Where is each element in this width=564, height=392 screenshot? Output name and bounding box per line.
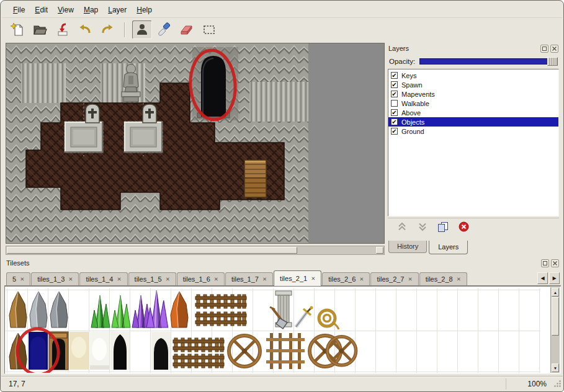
layer-checkbox[interactable]: ✔ <box>391 81 398 88</box>
layer-row-mapevents[interactable]: ✔ Mapevents <box>388 89 558 99</box>
cursor-coordinates: 17, 7 <box>1 380 506 388</box>
scroll-up-icon[interactable]: ▲ <box>552 288 559 296</box>
tab-close-icon[interactable]: ✕ <box>359 276 364 282</box>
tileset-tab[interactable]: tiles_2_8✕ <box>419 272 467 285</box>
layer-checkbox[interactable]: ✔ <box>391 128 398 135</box>
menu-map[interactable]: Map <box>79 4 103 16</box>
selected-dark-blue-tile[interactable] <box>29 332 48 370</box>
opacity-slider-track[interactable] <box>419 58 558 65</box>
delete-layer-button[interactable] <box>457 221 470 233</box>
opacity-row: Opacity: <box>387 54 560 69</box>
gravestone <box>143 104 156 123</box>
layer-checkbox[interactable]: ✔ <box>391 91 398 97</box>
tileset-tab[interactable]: tiles_2_6✕ <box>322 272 370 285</box>
tileset-tab-label: tiles_1_4 <box>86 275 113 283</box>
layer-checkbox[interactable]: ✔ <box>391 72 398 79</box>
tab-close-icon[interactable]: ✕ <box>166 276 170 282</box>
tileset-tab-label: tiles_2_8 <box>426 275 453 283</box>
eraser-tool-button[interactable] <box>177 20 197 39</box>
map-render <box>6 43 384 243</box>
tab-scroll-right-icon[interactable]: ▶ <box>549 272 560 284</box>
open-folder-icon <box>33 22 48 37</box>
tileset-tabbar: 5✕ tiles_1_3✕ tiles_1_4✕ tiles_1_5✕ tile… <box>4 270 561 286</box>
menu-edit[interactable]: Edit <box>30 4 53 16</box>
raise-layer-button[interactable] <box>395 221 409 233</box>
tileset-vertical-scrollbar[interactable]: ▲ ▼ <box>550 287 560 373</box>
brush-tool-button[interactable] <box>154 20 174 39</box>
tileset-tab-label: 5 <box>12 275 16 283</box>
tileset-tab-label: tiles_1_3 <box>37 275 65 283</box>
tab-close-icon[interactable]: ✕ <box>262 276 267 282</box>
save-import-icon <box>55 22 70 37</box>
menu-bar: File Edit View Map Layer Help <box>2 3 562 17</box>
tab-close-icon[interactable]: ✕ <box>408 276 413 282</box>
tileset-tab-label: tiles_1_7 <box>231 275 259 283</box>
tileset-tab[interactable]: tiles_1_7✕ <box>225 272 273 285</box>
undo-icon <box>78 22 92 37</box>
menu-help[interactable]: Help <box>132 4 157 16</box>
tab-close-icon[interactable]: ✕ <box>457 276 461 282</box>
layer-row-walkable[interactable]: Walkable <box>388 99 558 108</box>
toolbar <box>2 17 562 41</box>
open-file-button[interactable] <box>30 20 50 39</box>
layer-row-spawn[interactable]: ✔ Spawn <box>388 80 558 89</box>
float-panel-icon[interactable] <box>541 259 549 267</box>
tab-close-icon[interactable]: ✕ <box>68 276 73 282</box>
tileset-tab[interactable]: tiles_1_3✕ <box>31 272 79 285</box>
duplicate-layer-button[interactable] <box>436 221 450 233</box>
redo-button[interactable] <box>97 20 117 39</box>
delete-layer-icon <box>459 221 469 232</box>
scrollbar-thumb[interactable] <box>7 247 297 254</box>
tab-close-icon[interactable]: ✕ <box>117 276 121 282</box>
tileset-tab-active[interactable]: tiles_2_1✕ <box>274 270 321 286</box>
duplicate-layer-icon <box>437 221 449 232</box>
tab-history[interactable]: History <box>388 241 427 253</box>
opacity-slider-handle[interactable] <box>547 57 558 66</box>
tileset-tab[interactable]: 5✕ <box>6 272 30 285</box>
tileset-tab-label: tiles_1_5 <box>135 275 162 283</box>
close-panel-icon[interactable] <box>551 259 559 267</box>
menu-layer[interactable]: Layer <box>103 4 132 16</box>
scrollbar-end-button[interactable] <box>376 247 383 254</box>
tileset-canvas[interactable]: ▲ ▼ <box>4 286 561 374</box>
tab-scroll-arrows: ◀ ▶ <box>537 272 561 285</box>
layer-checkbox[interactable]: ✔ <box>391 109 398 116</box>
lower-layer-button[interactable] <box>416 221 429 233</box>
save-button[interactable] <box>53 20 73 39</box>
rect-select-icon <box>202 22 217 37</box>
tab-layers[interactable]: Layers <box>429 241 468 254</box>
layer-checkbox[interactable] <box>391 100 398 107</box>
scroll-down-icon[interactable]: ▼ <box>552 363 559 372</box>
opacity-slider[interactable] <box>419 57 558 66</box>
layer-row-ground[interactable]: ✔ Ground <box>388 127 558 136</box>
tab-close-icon[interactable]: ✕ <box>20 276 24 282</box>
tileset-tab[interactable]: tiles_1_5✕ <box>128 272 176 285</box>
tab-close-icon[interactable]: ✕ <box>311 275 315 282</box>
menu-view[interactable]: View <box>53 4 79 16</box>
undo-button[interactable] <box>75 20 95 39</box>
entity-tool-button[interactable] <box>132 20 152 39</box>
tileset-tab[interactable]: tiles_1_4✕ <box>79 272 127 285</box>
tab-scroll-left-icon[interactable]: ◀ <box>537 272 548 284</box>
map-view <box>6 43 385 254</box>
layer-row-objects[interactable]: ✔ Objects <box>388 117 558 127</box>
scrollbar-thumb[interactable] <box>552 297 559 336</box>
tab-close-icon[interactable]: ✕ <box>214 276 218 282</box>
layer-row-keys[interactable]: ✔ Keys <box>388 71 558 80</box>
layer-row-above[interactable]: ✔ Above <box>388 108 558 117</box>
layer-checkbox[interactable]: ✔ <box>391 118 398 125</box>
menu-file[interactable]: File <box>8 4 30 16</box>
raise-layer-icon <box>397 222 407 231</box>
gravestone <box>86 104 99 123</box>
map-canvas[interactable] <box>6 43 385 244</box>
tileset-tab[interactable]: tiles_1_6✕ <box>177 272 225 285</box>
layer-label: Objects <box>401 118 557 126</box>
tileset-tab[interactable]: tiles_2_7✕ <box>370 272 418 285</box>
float-panel-icon[interactable] <box>540 45 548 53</box>
select-tool-button[interactable] <box>199 20 219 39</box>
new-file-button[interactable] <box>8 20 28 39</box>
resize-grip[interactable] <box>553 380 562 390</box>
toolbar-separator <box>124 22 125 37</box>
map-horizontal-scrollbar[interactable] <box>6 246 385 255</box>
close-panel-icon[interactable] <box>550 45 558 53</box>
